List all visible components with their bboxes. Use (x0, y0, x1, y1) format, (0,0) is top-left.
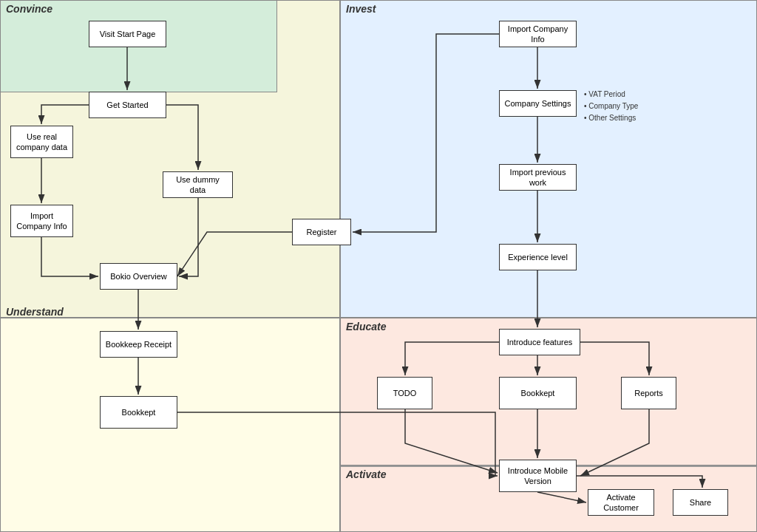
educate-label: Educate (346, 321, 386, 332)
activate-customer-node: Activate Customer (588, 489, 654, 516)
reports-node: Reports (621, 377, 676, 409)
share-node: Share (673, 489, 728, 516)
bokio-overview-node: Bokio Overview (100, 263, 177, 290)
get-started-node: Get Started (89, 92, 166, 118)
bookkept-right-node: Bookkept (499, 377, 577, 409)
visit-start-page-node: Visit Start Page (89, 21, 166, 47)
introduce-mobile-version-node: Introduce Mobile Version (499, 460, 577, 492)
company-settings-bullets: • VAT Period • Company Type • Other Sett… (584, 89, 638, 124)
bookkeep-receipt-node: Bookkeep Receipt (100, 331, 177, 358)
use-real-company-data-node: Use real company data (10, 126, 73, 158)
todo-node: TODO (377, 377, 432, 409)
convince-label: Convince (6, 3, 52, 15)
understand-label: Understand (6, 306, 64, 318)
company-settings-node: Company Settings (499, 90, 577, 117)
import-previous-work-node: Import previous work (499, 164, 577, 191)
activate-label: Activate (346, 468, 386, 480)
register-node: Register (292, 219, 351, 245)
import-company-info-left-node: Import Company Info (10, 205, 73, 237)
use-dummy-data-node: Use dummy data (163, 171, 233, 198)
main-container: Convince Understand Invest Educate Activ… (0, 0, 757, 532)
bookkept-left-node: Bookkept (100, 396, 177, 429)
introduce-features-node: Introduce features (499, 329, 580, 355)
invest-label: Invest (346, 3, 376, 15)
import-company-info-right-node: Import Company Info (499, 21, 577, 47)
experience-level-node: Experience level (499, 244, 577, 270)
